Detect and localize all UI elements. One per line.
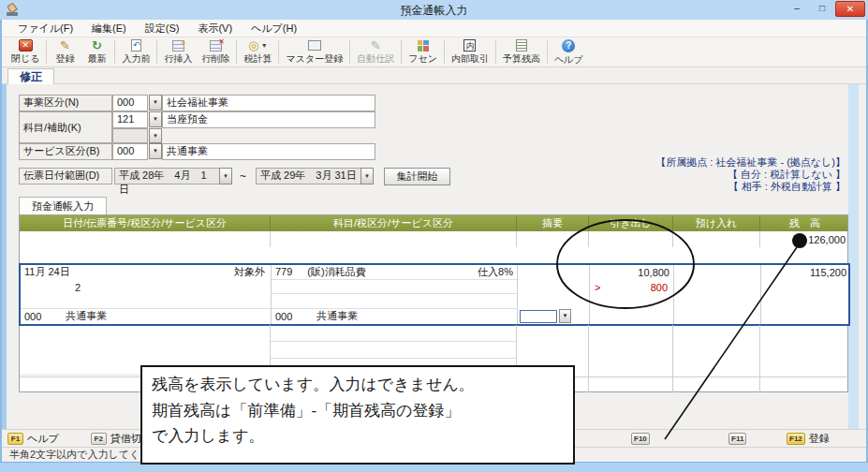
callout-line-3: で入力します。 — [152, 423, 564, 450]
entry-withdrawal: 10,800 — [590, 265, 674, 280]
account-dropdown[interactable]: ▼ — [149, 111, 162, 127]
toolbar-input-revert-button[interactable]: ↶ 入力前 — [117, 37, 154, 66]
tax-calc-icon: ◎ — [248, 39, 258, 52]
f1-help-button[interactable]: F1 ヘルプ — [7, 432, 59, 446]
toolbar-refresh-button[interactable]: ↻ 最新 — [81, 37, 112, 66]
f11-key-icon: F11 — [728, 433, 746, 445]
help-icon: ? — [562, 39, 575, 52]
toolbar-tax-calc-button[interactable]: ◎▼ 税計算 — [239, 37, 276, 66]
toolbar-register-button[interactable]: ✎ 登録 — [49, 37, 81, 66]
internal-trade-icon: 内 — [463, 39, 476, 52]
business-class-code-input[interactable]: 000 — [112, 95, 148, 111]
account-code-input[interactable]: 121 — [112, 111, 148, 128]
minimize-button[interactable]: – — [785, 1, 809, 17]
business-class-label: 事業区分(N) — [19, 95, 112, 111]
toolbar-close-button[interactable]: ✕ 閉じる — [7, 37, 44, 66]
context-info: 【所属拠点 : 社会福祉事業 - (拠点なし)】 【 自分 : 税計算しない 】… — [655, 156, 846, 193]
subaccount-dropdown[interactable]: ▼ — [149, 128, 162, 143]
date-from-input[interactable]: 平成 28年 4月 1日 — [114, 168, 220, 184]
close-window-icon: ✕ — [19, 39, 33, 52]
date-to-dropdown[interactable]: ▼ — [360, 168, 374, 184]
header-withdrawal: 引き出し — [589, 215, 673, 231]
master-register-icon — [308, 40, 321, 51]
fusen-tags-icon — [418, 40, 429, 52]
f12-register-button[interactable]: F12 登録 — [787, 432, 830, 446]
tab-passbook-entry[interactable]: 預金通帳入力 — [19, 197, 107, 214]
mode-tab-edit: 修正 — [7, 68, 54, 84]
toolbar-master-register-button[interactable]: マスター登録 — [281, 37, 347, 66]
entry-line-4: 000共通事業 000共通事業 ▼ — [21, 309, 848, 324]
entry-tax-class: 対象外 — [234, 265, 271, 279]
menu-file[interactable]: ファイル(F) — [9, 20, 81, 37]
consumption-amount: 800 — [651, 282, 673, 293]
service-class-label: サービス区分(B) — [19, 143, 112, 160]
toolbar-row-insert-button[interactable]: ＋ 行挿入 — [159, 37, 197, 66]
f2-key-icon: F2 — [91, 433, 107, 445]
maximize-button[interactable]: □ — [810, 1, 834, 17]
menu-edit[interactable]: 編集(E) — [83, 20, 135, 37]
opening-balance-value: 126,000 — [760, 231, 849, 247]
callout-line-2: 期首残高は「前準備」-「期首残高の登録」 — [152, 398, 564, 424]
menu-bar: ファイル(F) 編集(E) 設定(S) 表示(V) ヘルプ(H) — [2, 20, 866, 37]
subaccount-code-input[interactable] — [112, 128, 148, 143]
f11-button[interactable]: F11 — [728, 433, 746, 445]
entry-line-no: 2 — [21, 282, 81, 293]
date-from-dropdown[interactable]: ▼ — [219, 168, 232, 184]
memo-input[interactable] — [520, 310, 557, 323]
toolbar-budget-balance-button[interactable]: 予算残高 — [498, 37, 545, 66]
entry-account-code: 779 — [272, 266, 292, 277]
consumption-mark: > — [590, 282, 600, 293]
toolbar: ✕ 閉じる ✎ 登録 ↻ 最新 ↶ 入力前 ＋ 行挿入 ✕ 行削除 ◎▼ 税計算 — [2, 37, 866, 67]
menu-view[interactable]: 表示(V) — [189, 20, 241, 37]
title-bar: 預金通帳入力 – □ ✕ — [0, 0, 868, 20]
memo-dropdown[interactable]: ▼ — [559, 309, 571, 323]
auto-journal-icon: ✎ — [371, 39, 381, 52]
toolbar-row-delete-button[interactable]: ✕ 行削除 — [197, 37, 234, 66]
menu-help[interactable]: ヘルプ(H) — [243, 20, 305, 37]
left-border-strip — [2, 84, 7, 462]
toolbar-internal-trade-button[interactable]: 内 内部取引 — [447, 37, 493, 66]
close-button[interactable]: ✕ — [835, 1, 865, 17]
row-insert-icon: ＋ — [172, 40, 184, 52]
entry-service-code-right: 000 — [272, 311, 292, 322]
entry-service-code-left: 000 — [21, 311, 41, 322]
menu-settings[interactable]: 設定(S) — [137, 20, 188, 37]
entry-account-name: (販)消耗品費 — [307, 265, 365, 279]
service-class-dropdown[interactable]: ▼ — [149, 143, 162, 159]
f10-button[interactable]: F10 — [631, 433, 650, 445]
scrollbar-strip[interactable] — [848, 84, 859, 429]
header-date: 日付/伝票番号/税区分/サービス区分 — [20, 215, 271, 231]
slip-date-range-label: 伝票日付範囲(D) — [19, 168, 112, 184]
service-class-value: 共通事業 — [162, 143, 375, 160]
refresh-icon: ↻ — [92, 39, 102, 52]
entry-balance: 115,200 — [761, 265, 850, 280]
context-branch: 【所属拠点 : 社会福祉事業 - (拠点なし)】 — [655, 156, 846, 169]
entry-line-2: 2 >800 — [21, 280, 848, 295]
mode-bar: 修正 — [2, 67, 866, 84]
header-balance: 残 高 — [760, 215, 849, 231]
f1-key-icon: F1 — [7, 433, 23, 445]
selected-entry-block[interactable]: 11月 24日対象外 779(販)消耗品費仕入8% 10,800 115,200… — [19, 263, 850, 326]
business-class-dropdown[interactable]: ▼ — [149, 95, 162, 111]
toolbar-auto-journal-button: ✎ 自動仕訳 — [352, 37, 399, 66]
entry-date: 11月 24日 — [21, 265, 70, 279]
tilde-separator: ~ — [240, 170, 246, 183]
input-revert-icon: ↶ — [131, 39, 141, 52]
row-delete-icon: ✕ — [210, 40, 222, 52]
table-header-row: 日付/伝票番号/税区分/サービス区分 科目/税区分/サービス区分 摘要 引き出し… — [20, 215, 847, 231]
account-subaccount-label: 科目/補助(K) — [19, 111, 112, 143]
header-deposit: 預け入れ — [673, 215, 760, 231]
service-class-code-input[interactable]: 000 — [112, 143, 148, 160]
date-to-input[interactable]: 平成 29年 3月 31日 — [256, 168, 361, 184]
toolbar-help-button[interactable]: ? ヘルプ — [550, 37, 588, 66]
context-partner-tax: 【 相手 : 外税自動計算 】 — [655, 181, 846, 193]
f12-key-icon: F12 — [787, 433, 805, 445]
entry-service-name-right: 共通事業 — [316, 309, 358, 323]
app-window: 預金通帳入力 – □ ✕ ファイル(F) 編集(E) 設定(S) 表示(V) ヘ… — [0, 0, 868, 472]
opening-balance-row: 126,000 — [20, 231, 847, 247]
f10-key-icon: F10 — [631, 433, 650, 445]
aggregate-start-button[interactable]: 集計開始 — [384, 168, 450, 185]
toolbar-fusen-button[interactable]: フセン — [404, 37, 442, 66]
balance-callout-box: 残高を表示しています。入力はできません。 期首残高は「前準備」-「期首残高の登録… — [140, 365, 575, 465]
header-memo: 摘要 — [517, 215, 589, 231]
